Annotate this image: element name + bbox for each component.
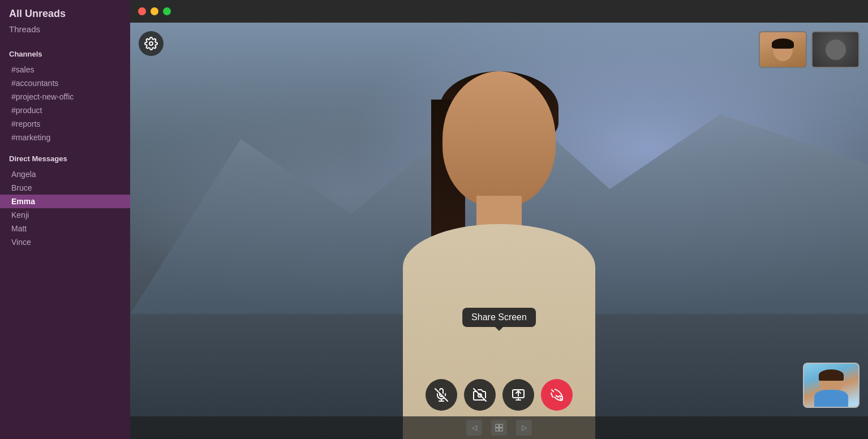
title-bar [130, 0, 868, 23]
thumbnail-avatar[interactable] [811, 31, 860, 68]
svg-rect-11 [500, 424, 502, 427]
sidebar-top: All Unreads Threads [0, 0, 130, 40]
dm-section: Direct Messages Angela Bruce Emma Kenji … [0, 154, 130, 249]
sidebar-item-marketing[interactable]: #marketing [9, 131, 121, 144]
sidebar-item-emma[interactable]: Emma [0, 195, 130, 208]
sidebar-item-bruce[interactable]: Bruce [9, 181, 121, 195]
svg-point-0 [149, 42, 153, 45]
sidebar-item-kenji[interactable]: Kenji [9, 208, 121, 222]
maximize-button[interactable] [163, 7, 171, 15]
thumbnails [759, 31, 860, 68]
sidebar: All Unreads Threads Channels #sales #acc… [0, 0, 130, 439]
svg-rect-10 [496, 424, 499, 427]
channels-section: Channels #sales #accountants #project-ne… [0, 50, 130, 144]
scroll-icon-2[interactable] [491, 420, 507, 436]
br-body [814, 390, 848, 407]
bottom-toolbar: ◁ ▷ [130, 416, 868, 439]
close-button[interactable] [138, 7, 146, 15]
mic-off-icon [435, 388, 448, 402]
sidebar-item-product[interactable]: #product [9, 104, 121, 117]
thumbnail-avatar-bg [813, 32, 858, 67]
gear-icon [144, 37, 158, 50]
video-call-window: Share Screen [130, 0, 868, 439]
settings-button[interactable] [139, 31, 164, 56]
share-screen-icon [512, 388, 525, 402]
camera-off-button[interactable] [464, 379, 496, 411]
threads-label[interactable]: Threads [9, 22, 121, 34]
thumbnail-self[interactable] [759, 31, 807, 68]
svg-line-4 [474, 389, 486, 401]
all-unreads[interactable]: All Unreads [9, 8, 121, 20]
sidebar-item-vince[interactable]: Vince [9, 235, 121, 249]
mute-button[interactable] [426, 379, 457, 411]
traffic-lights [138, 7, 171, 15]
avatar-circle [826, 40, 846, 60]
sidebar-item-reports[interactable]: #reports [9, 117, 121, 131]
thumbnail-video-1 [760, 32, 806, 67]
bottom-right-thumbnail[interactable] [803, 363, 860, 408]
scroll-icon-1[interactable]: ◁ [466, 420, 482, 436]
end-call-button[interactable] [541, 379, 573, 411]
sidebar-item-sales[interactable]: #sales [9, 63, 121, 76]
phone-off-icon [550, 388, 564, 402]
share-screen-button[interactable] [502, 379, 534, 411]
channels-header: Channels [9, 50, 121, 58]
sidebar-item-angela[interactable]: Angela [9, 167, 121, 181]
minimize-button[interactable] [151, 7, 158, 15]
thumbnail-face-1 [773, 38, 793, 61]
svg-rect-13 [500, 428, 502, 431]
dm-header: Direct Messages [9, 154, 121, 163]
controls-bar [426, 379, 573, 411]
sidebar-item-accountants[interactable]: #accountants [9, 76, 121, 90]
person-head [442, 71, 556, 207]
svg-rect-12 [496, 428, 499, 431]
scroll-icon-3[interactable]: ▷ [516, 420, 532, 436]
br-person-bg [804, 364, 858, 407]
main-video [130, 23, 868, 439]
sidebar-item-project-new-office[interactable]: #project-new-offic [9, 90, 121, 104]
camera-off-icon [473, 388, 487, 402]
sidebar-item-matt[interactable]: Matt [9, 222, 121, 235]
